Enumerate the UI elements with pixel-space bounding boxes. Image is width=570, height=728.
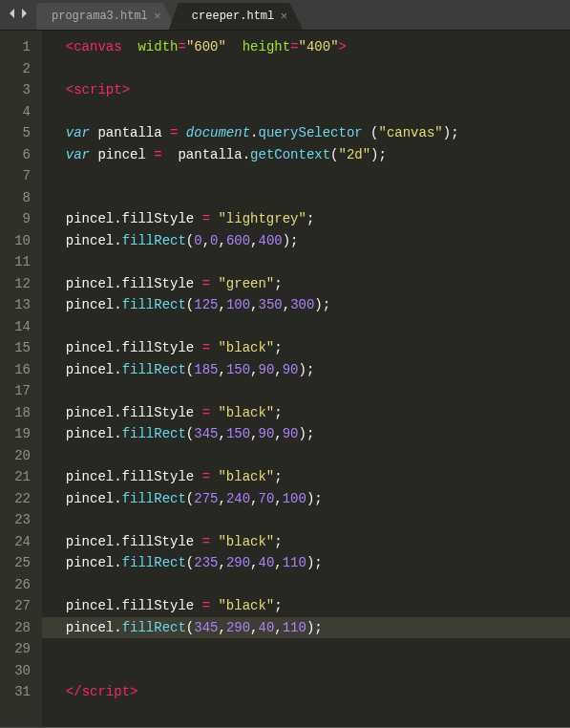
tabs: programa3.html × creeper.html × — [36, 0, 295, 30]
line-number: 14 — [13, 316, 31, 338]
titlebar: programa3.html × creeper.html × — [0, 0, 570, 31]
code-line[interactable] — [50, 574, 570, 596]
code-line[interactable]: pincel.fillStyle = "lightgrey"; — [50, 208, 570, 230]
line-number: 6 — [13, 144, 31, 166]
line-number: 12 — [13, 273, 31, 295]
tab-label: creeper.html — [192, 10, 274, 23]
code-line[interactable] — [50, 58, 570, 80]
line-number: 24 — [13, 531, 31, 553]
line-number: 9 — [13, 208, 31, 230]
editor: 1234567891011121314151617181920212223242… — [0, 31, 570, 727]
code-line[interactable]: pincel.fillStyle = "black"; — [50, 531, 570, 553]
tab-label: programa3.html — [52, 10, 148, 23]
code-line[interactable] — [50, 165, 570, 187]
code-line[interactable]: var pincel = pantalla.getContext("2d"); — [50, 144, 570, 166]
code-line[interactable]: pincel.fillStyle = "black"; — [50, 337, 570, 359]
line-number: 4 — [13, 101, 31, 123]
code-line[interactable]: <script> — [50, 79, 570, 101]
code-line[interactable]: pincel.fillRect(275,240,70,100); — [50, 488, 570, 510]
code-line[interactable]: pincel.fillRect(345,290,40,110); — [42, 617, 570, 639]
line-number: 29 — [13, 638, 31, 660]
gutter: 1234567891011121314151617181920212223242… — [0, 31, 42, 727]
line-number: 22 — [13, 488, 31, 510]
line-number: 2 — [13, 58, 31, 80]
line-number: 8 — [13, 187, 31, 209]
code-line[interactable]: pincel.fillStyle = "black"; — [50, 402, 570, 424]
code-line[interactable]: pincel.fillRect(345,150,90,90); — [50, 423, 570, 445]
line-number: 13 — [13, 294, 31, 316]
nav-forward-icon[interactable] — [19, 8, 29, 23]
code-line[interactable]: pincel.fillStyle = "black"; — [50, 466, 570, 488]
code-line[interactable]: <canvas width="600" height="400"> — [50, 36, 570, 58]
code-area[interactable]: <canvas width="600" height="400"> <scrip… — [42, 31, 570, 727]
line-number: 16 — [13, 359, 31, 381]
code-line[interactable]: pincel.fillStyle = "black"; — [50, 595, 570, 617]
tab-inactive[interactable]: programa3.html × — [36, 3, 177, 30]
nav-arrows — [0, 0, 36, 30]
code-line[interactable] — [50, 445, 570, 467]
line-number: 17 — [13, 380, 31, 402]
line-number: 31 — [13, 681, 31, 703]
line-number: 27 — [13, 595, 31, 617]
code-line[interactable] — [50, 638, 570, 660]
code-line[interactable] — [50, 101, 570, 123]
code-line[interactable] — [50, 251, 570, 273]
line-number: 26 — [13, 574, 31, 596]
tab-active[interactable]: creeper.html × — [169, 3, 303, 30]
line-number: 25 — [13, 552, 31, 574]
nav-back-icon[interactable] — [8, 8, 17, 23]
code-line[interactable] — [50, 380, 570, 402]
line-number: 1 — [13, 36, 31, 58]
line-number: 30 — [13, 660, 31, 682]
code-line[interactable]: pincel.fillRect(235,290,40,110); — [50, 552, 570, 574]
code-line[interactable]: pincel.fillStyle = "green"; — [50, 273, 570, 295]
code-line[interactable]: var pantalla = document.querySelector ("… — [50, 122, 570, 144]
code-line[interactable]: pincel.fillRect(0,0,600,400); — [50, 230, 570, 252]
line-number: 18 — [13, 402, 31, 424]
line-number: 23 — [13, 509, 31, 531]
close-icon[interactable]: × — [280, 11, 287, 23]
line-number: 5 — [13, 122, 31, 144]
code-line[interactable] — [50, 187, 570, 209]
line-number: 28 — [13, 617, 31, 639]
line-number: 7 — [13, 165, 31, 187]
code-line[interactable] — [50, 660, 570, 682]
close-icon[interactable]: × — [154, 11, 161, 23]
line-number: 20 — [13, 445, 31, 467]
line-number: 3 — [13, 79, 31, 101]
code-line[interactable] — [50, 509, 570, 531]
line-number: 10 — [13, 230, 31, 252]
code-line[interactable] — [50, 316, 570, 338]
line-number: 19 — [13, 423, 31, 445]
line-number: 11 — [13, 251, 31, 273]
line-number: 15 — [13, 337, 31, 359]
code-line[interactable]: pincel.fillRect(185,150,90,90); — [50, 359, 570, 381]
line-number: 21 — [13, 466, 31, 488]
code-line[interactable]: pincel.fillRect(125,100,350,300); — [50, 294, 570, 316]
code-line[interactable]: </script> — [50, 681, 570, 703]
